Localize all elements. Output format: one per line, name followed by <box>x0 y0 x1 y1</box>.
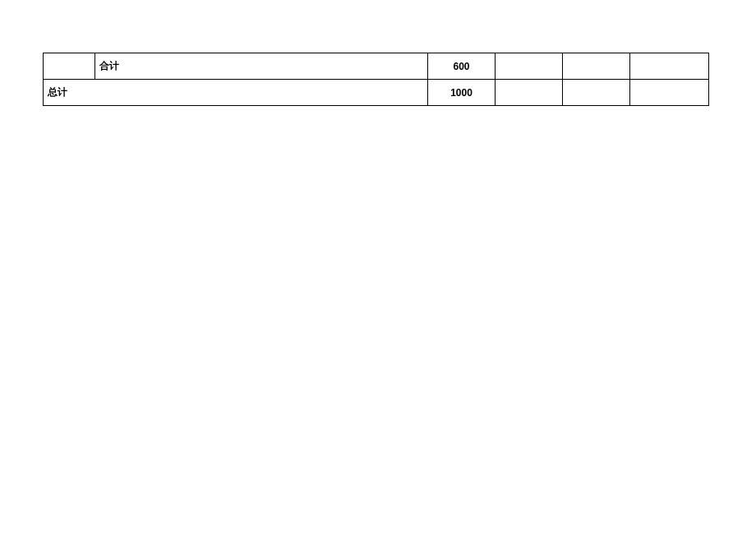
cell-empty <box>630 80 709 106</box>
cell-empty <box>563 53 630 80</box>
page: 合计 600 总计 1000 <box>0 0 756 557</box>
cell-empty <box>496 53 563 80</box>
cell-empty <box>630 53 709 80</box>
table-row: 合计 600 <box>44 53 709 80</box>
total-label: 总计 <box>44 80 428 106</box>
cell-empty <box>44 53 95 80</box>
cell-empty <box>563 80 630 106</box>
summary-table-wrap: 合计 600 总计 1000 <box>43 53 708 106</box>
table-row: 总计 1000 <box>44 80 709 106</box>
summary-table: 合计 600 总计 1000 <box>43 53 709 106</box>
subtotal-value: 600 <box>428 53 496 80</box>
total-value: 1000 <box>428 80 496 106</box>
subtotal-label: 合计 <box>95 53 428 80</box>
cell-empty <box>496 80 563 106</box>
